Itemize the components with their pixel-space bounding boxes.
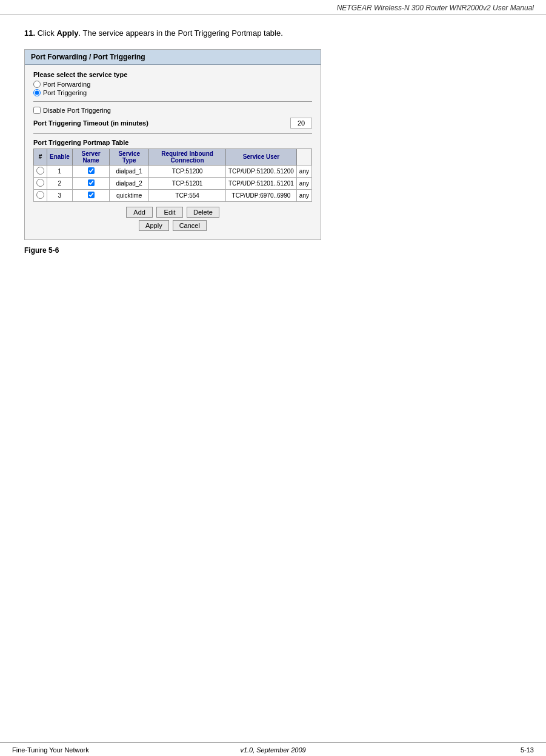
page-content: 11. Click Apply. The service appears in … <box>0 15 546 291</box>
port-triggering-option[interactable]: Port Triggering <box>33 89 312 96</box>
table-row-enable-cell <box>72 177 109 189</box>
page-header: NETGEAR Wireless-N 300 Router WNR2000v2 … <box>0 0 546 15</box>
add-button[interactable]: Add <box>126 207 153 218</box>
portmap-table: # Enable Server Name Service Type Requir… <box>33 149 312 202</box>
table-row-server-name: quicktime <box>110 189 149 201</box>
port-triggering-label: Port Triggering <box>43 89 87 96</box>
col-header-server-name: Server Name <box>72 149 109 165</box>
disable-port-triggering-label: Disable Port Triggering <box>43 107 111 114</box>
table-row-radio-cell <box>34 177 47 189</box>
table-row-service-user: any <box>296 177 311 189</box>
timeout-label: Port Triggering Timeout (in minutes) <box>33 119 148 127</box>
portmap-section-title: Port Triggering Portmap Table <box>33 139 312 146</box>
router-ui-inner: Please select the service type Port Forw… <box>25 65 321 239</box>
table-row-service-user: any <box>296 189 311 201</box>
table-row-server-name: dialpad_1 <box>110 165 149 177</box>
table-row-enable-cell <box>72 189 109 201</box>
service-type-section: Please select the service type Port Forw… <box>33 71 312 96</box>
col-header-required-inbound: Required Inbound Connection <box>149 149 226 165</box>
table-row-server-name: dialpad_2 <box>110 177 149 189</box>
step-number: 11. <box>24 28 35 38</box>
divider-2 <box>33 133 312 134</box>
table-row-required-inbound: TCP/UDP:51200..51200 <box>226 165 297 177</box>
table-row-service-type: TCP:554 <box>149 189 226 201</box>
timeout-unit: (in minutes) <box>111 119 148 127</box>
portmap-row-radio-3[interactable] <box>36 191 44 199</box>
router-panel-title: Port Forwarding / Port Triggering <box>25 50 321 65</box>
table-row-num: 1 <box>47 165 73 177</box>
timeout-row: Port Triggering Timeout (in minutes) <box>33 118 312 129</box>
step-instruction: 11. Click Apply. The service appears in … <box>24 27 522 39</box>
page-footer: Fine-Tuning Your Network v1.0, September… <box>0 742 546 756</box>
step-apply-word: Apply <box>56 28 78 38</box>
timeout-input[interactable] <box>290 118 312 129</box>
footer-center: v1.0, September 2009 <box>240 746 305 754</box>
table-row-required-inbound: TCP/UDP:6970..6990 <box>226 189 297 201</box>
step-text-before: Click <box>38 28 57 38</box>
portmap-enable-checkbox-1[interactable] <box>88 167 95 174</box>
table-row-num: 2 <box>47 177 73 189</box>
table-row-service-type: TCP:51201 <box>149 177 226 189</box>
step-text-after: . The service appears in the Port Trigge… <box>79 28 283 38</box>
delete-button[interactable]: Delete <box>187 207 219 218</box>
timeout-label-bold: Port Triggering Timeout <box>33 119 108 127</box>
col-header-hash: # <box>34 149 47 165</box>
disable-port-triggering-checkbox[interactable] <box>33 107 41 114</box>
table-row-radio-cell <box>34 165 47 177</box>
router-ui-box: Port Forwarding / Port Triggering Please… <box>24 49 321 240</box>
port-forwarding-radio[interactable] <box>33 81 41 88</box>
table-row-required-inbound: TCP/UDP:51201..51201 <box>226 177 297 189</box>
apply-button[interactable]: Apply <box>139 220 169 231</box>
portmap-row-radio-2[interactable] <box>36 179 44 187</box>
figure-caption: Figure 5-6 <box>24 246 522 255</box>
portmap-row-radio-1[interactable] <box>36 167 44 175</box>
port-triggering-radio[interactable] <box>33 89 41 96</box>
footer-left: Fine-Tuning Your Network <box>12 746 89 754</box>
apply-buttons: Apply Cancel <box>33 220 312 231</box>
service-type-label: Please select the service type <box>33 71 312 78</box>
edit-button[interactable]: Edit <box>156 207 183 218</box>
col-header-service-type: Service Type <box>110 149 149 165</box>
disable-section: Disable Port Triggering <box>33 107 312 114</box>
table-row-service-type: TCP:51200 <box>149 165 226 177</box>
table-row-radio-cell <box>34 189 47 201</box>
port-forwarding-option[interactable]: Port Forwarding <box>33 81 312 88</box>
col-header-service-user: Service User <box>226 149 297 165</box>
divider-1 <box>33 101 312 102</box>
table-row-enable-cell <box>72 165 109 177</box>
disable-checkbox-row[interactable]: Disable Port Triggering <box>33 107 312 114</box>
footer-right: 5-13 <box>521 746 534 754</box>
port-forwarding-label: Port Forwarding <box>43 81 90 88</box>
table-buttons: Add Edit Delete <box>33 207 312 218</box>
header-title: NETGEAR Wireless-N 300 Router WNR2000v2 … <box>337 4 534 12</box>
col-header-enable: Enable <box>47 149 73 165</box>
table-row-num: 3 <box>47 189 73 201</box>
cancel-button[interactable]: Cancel <box>173 220 207 231</box>
table-row-service-user: any <box>296 165 311 177</box>
portmap-enable-checkbox-3[interactable] <box>88 192 95 198</box>
portmap-enable-checkbox-2[interactable] <box>88 179 95 186</box>
